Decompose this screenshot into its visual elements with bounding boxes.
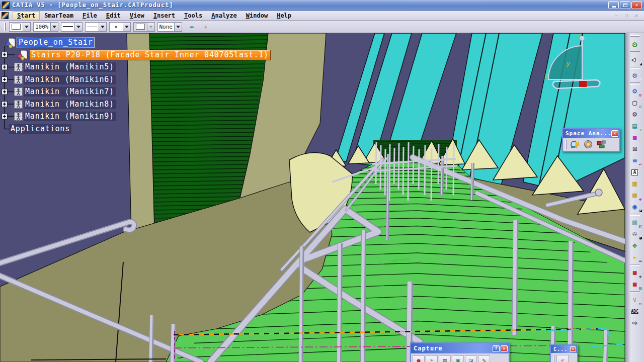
text-annotation-icon[interactable]: ABC [628, 306, 642, 317]
tree-node-label[interactable]: Manikin (Manikin7) [24, 87, 116, 97]
tree-node-label[interactable]: Applications [9, 124, 71, 134]
broken-link-icon[interactable]: ⊠ [628, 143, 642, 155]
export-document-icon[interactable]: ▤➔ [628, 120, 642, 132]
layer-combo[interactable]: None [157, 22, 183, 32]
point-symbol-combo[interactable]: × [109, 22, 131, 32]
menu-help[interactable]: Help [272, 11, 296, 20]
layer-dropdown-arrow[interactable] [174, 23, 182, 31]
capture-titlebar[interactable]: Capture ? ✕ [411, 343, 509, 353]
graphic-color-combo[interactable] [9, 22, 31, 32]
painter-icon[interactable]: ✒ [186, 21, 198, 32]
c-window-close-button[interactable]: ✕ [570, 346, 576, 352]
print-icon[interactable]: ▤ [439, 355, 451, 362]
graphic-color-dropdown-arrow[interactable] [23, 23, 30, 31]
paste-arrow-icon[interactable]: ◼➤ [628, 132, 642, 143]
flag-note-icon[interactable]: ⇨ [628, 317, 642, 329]
tree-node-label[interactable]: Manikin (Manikin5) [24, 62, 116, 72]
tree-row-manikin[interactable]: Manikin (Manikin6) [14, 75, 116, 84]
toolbar-grip[interactable] [4, 23, 6, 31]
mdi-close-icon[interactable]: ✕ [633, 13, 640, 18]
menu-file[interactable]: File [78, 11, 102, 20]
line-weight-combo[interactable] [85, 22, 107, 32]
line-weight-dropdown-arrow[interactable] [99, 23, 106, 31]
space-analysis-close-button[interactable]: ✕ [611, 130, 618, 137]
visualization-filter-icon[interactable]: ✇◉ [628, 228, 642, 240]
tree-expand-button[interactable] [2, 114, 8, 119]
render-material-dropdown-arrow[interactable] [147, 23, 154, 31]
capture-window[interactable]: Capture ? ✕ ●➤▤▣◪✎ [410, 342, 510, 362]
point-symbol-dropdown-arrow[interactable] [123, 23, 130, 31]
space-analysis-grip[interactable] [565, 140, 567, 149]
tree-expand-button[interactable] [2, 52, 8, 58]
album-icon[interactable]: ◪ [465, 355, 477, 362]
select-arrow-icon[interactable]: ➤ [426, 355, 438, 362]
tree-node-label[interactable]: Manikin (Manikin9) [24, 112, 116, 121]
tree-row-manikin[interactable]: Manikin (Manikin8) [14, 100, 116, 109]
tree-node-label[interactable]: People_on_Stair [17, 38, 94, 47]
menu-view[interactable]: View [125, 11, 149, 20]
wizard-icon[interactable]: ✦ [200, 21, 212, 32]
right-toolbar-grip[interactable] [630, 35, 639, 37]
capture-close-button[interactable]: ✕ [501, 345, 508, 352]
tree-row-manikin[interactable]: Manikin (Manikin9) [14, 112, 116, 121]
space-analysis-toolbar[interactable]: Space Ana... ✕ [562, 128, 620, 152]
line-type-dropdown-arrow[interactable] [74, 23, 82, 31]
restore-button[interactable] [620, 1, 630, 9]
measure-icon[interactable]: ∨↔ [628, 294, 642, 306]
menu-insert[interactable]: Insert [149, 11, 180, 20]
mdi-restore-icon[interactable]: ❐ [623, 13, 630, 18]
structure-graph-icon[interactable]: ▦◆ [628, 190, 642, 201]
dark-gear-icon[interactable]: ⚙ [628, 109, 642, 120]
tree-row-manikin[interactable]: Manikin (Manikin7) [14, 87, 116, 97]
tree-row-manikin[interactable]: Manikin (Manikin5) [14, 62, 116, 72]
undo-list-icon[interactable]: ≡↩ [628, 155, 642, 166]
tree-expand-button[interactable] [2, 89, 8, 95]
line-type-combo[interactable] [61, 22, 83, 32]
gear-document-icon[interactable]: ▢⚙ [628, 97, 642, 109]
structure-tree-icon[interactable]: ▦ [628, 178, 642, 190]
record-icon[interactable]: ● [413, 355, 425, 362]
3d-viewport[interactable]: z y x (manikin) People_on_StairStairs_P2… [0, 33, 625, 362]
frame-title-icon[interactable]: A [628, 166, 642, 178]
tree-row-root[interactable]: People_on_Stair [5, 38, 94, 47]
web-publish-icon[interactable]: ◉n [628, 201, 642, 213]
sectioning-icon[interactable] [582, 139, 595, 150]
clash-analysis-icon[interactable] [569, 139, 582, 150]
opacity-combo[interactable]: 100% [33, 22, 58, 32]
menu-tools[interactable]: Tools [180, 11, 207, 20]
distance-band-icon[interactable] [595, 139, 608, 150]
vector-mode-icon[interactable]: ✎ [478, 355, 490, 362]
menu-start[interactable]: Start [13, 11, 40, 20]
knowledge-gears-icon[interactable]: ⚙⚙ [628, 85, 642, 97]
c-toolbar-window[interactable]: C... ✕ ▰ [550, 344, 578, 362]
mdi-minimize-icon[interactable]: — [613, 13, 620, 18]
tree-node-label[interactable]: Stairs_P20-P18 (Facade_Stair_Inner_04070… [29, 50, 271, 60]
close-button[interactable]: ✕ [631, 1, 642, 9]
tree-expand-button[interactable] [2, 64, 8, 70]
tree-expand-button[interactable] [2, 77, 8, 82]
menu-window[interactable]: Window [242, 11, 272, 20]
c-window-titlebar[interactable]: C... ✕ [551, 345, 577, 353]
tree-expand-button[interactable] [2, 102, 8, 107]
gear-select-icon[interactable]: ⚙➤ [628, 70, 642, 81]
select-arrow-icon[interactable]: ➤ [628, 54, 642, 66]
menu-edit[interactable]: Edit [102, 11, 125, 20]
clipboard-icon[interactable]: ▣ [452, 355, 464, 362]
opacity-dropdown-arrow[interactable] [50, 23, 58, 31]
enhanced-scene-icon[interactable]: ★▬ [628, 251, 642, 263]
minimize-button[interactable] [608, 1, 619, 9]
eraser-icon[interactable]: ▰ [556, 355, 569, 362]
tree-row-stairs_p20-p18[interactable]: Stairs_P20-P18 (Facade_Stair_Inner_04070… [17, 50, 271, 60]
dmu-sequence-icon[interactable]: ◼▤ [628, 279, 642, 290]
tree-row-applications[interactable]: Applications [9, 124, 71, 134]
menu-analyze[interactable]: Analyze [207, 11, 242, 20]
explode-icon[interactable]: ✥ [628, 240, 642, 251]
dmu-check-icon[interactable]: ◼✥ [628, 267, 642, 279]
tree-node-label[interactable]: Manikin (Manikin8) [24, 100, 116, 109]
tree-node-label[interactable]: Manikin (Manikin6) [24, 75, 116, 84]
capture-help-button[interactable]: ? [493, 345, 500, 352]
catalog-icon[interactable]: ▥◧ [628, 217, 642, 228]
update-icon[interactable]: ⚙ [628, 39, 642, 50]
menu-smarteam[interactable]: SmarTeam [40, 11, 78, 20]
render-material-combo[interactable] [133, 22, 155, 32]
